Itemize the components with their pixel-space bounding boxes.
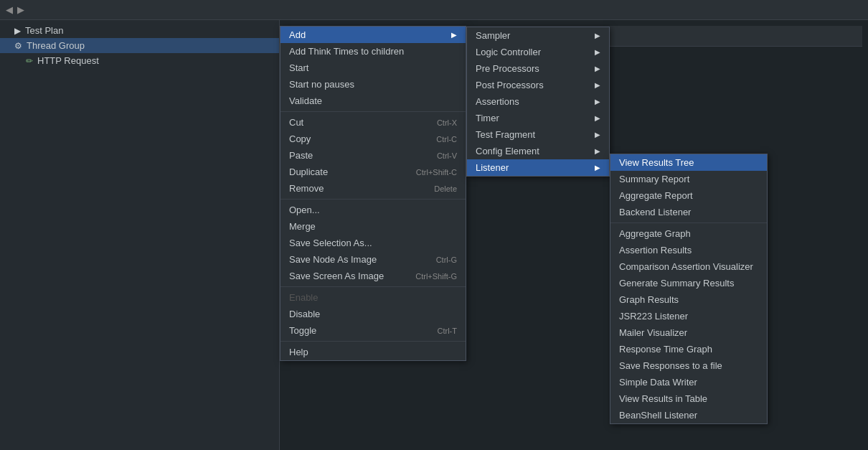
listener-view-results-tree[interactable]: View Results Tree	[610, 154, 767, 171]
listener-comparison-assertion[interactable]: Comparison Assertion Visualizer	[610, 258, 767, 275]
sidebar-item-httprequest-label: HTTP Request	[37, 55, 99, 66]
listener-save-responses[interactable]: Save Responses to a file	[610, 357, 767, 374]
listener-assertion-results[interactable]: Assertion Results	[610, 242, 767, 258]
listener-comparison-assertion-label: Comparison Assertion Visualizer	[619, 261, 753, 272]
menu-item-add-think-times-label: Add Think Times to children	[289, 46, 404, 57]
menu-item-add-label: Add	[289, 29, 306, 40]
threadgroup-icon: ⚙	[14, 41, 22, 51]
paste-shortcut: Ctrl-V	[437, 151, 457, 160]
menu-item-open-label: Open...	[289, 205, 320, 215]
menu-item-start[interactable]: Start	[280, 60, 466, 76]
toggle-shortcut: Ctrl-T	[438, 327, 458, 335]
sidebar-item-testplan[interactable]: ▶ Test Plan	[0, 23, 279, 38]
add-submenu-listener-label: Listener	[476, 162, 509, 173]
remove-shortcut: Delete	[434, 184, 457, 193]
add-submenu-sampler-label: Sampler	[476, 30, 510, 41]
listener-aggregate-report[interactable]: Aggregate Report	[610, 187, 767, 204]
sidebar-item-threadgroup-label: Thread Group	[27, 40, 85, 51]
config-arrow: ▶	[595, 147, 600, 155]
toolbar: ◀ ▶	[0, 0, 868, 20]
listener-view-results-table[interactable]: View Results in Table	[610, 390, 767, 407]
toolbar-icon2: ▶	[17, 4, 24, 15]
menu-item-save-selection[interactable]: Save Selection As...	[280, 235, 466, 251]
listener-mailer-visualizer[interactable]: Mailer Visualizer	[610, 324, 767, 341]
add-submenu-assertions[interactable]: Assertions ▶	[467, 93, 609, 110]
add-submenu-config-element[interactable]: Config Element ▶	[467, 143, 609, 159]
menu-item-merge[interactable]: Merge	[280, 218, 466, 235]
listener-graph-results[interactable]: Graph Results	[610, 291, 767, 308]
menu-item-save-node[interactable]: Save Node As Image Ctrl-G	[280, 251, 466, 268]
add-submenu-timer-label: Timer	[476, 113, 499, 123]
listener-view-results-tree-label: View Results Tree	[619, 157, 694, 168]
add-submenu-logic-controller-label: Logic Controller	[476, 47, 541, 57]
sidebar-item-threadgroup[interactable]: ⚙ Thread Group	[0, 38, 279, 53]
menu-item-copy-label: Copy	[289, 133, 311, 144]
menu-item-start-label: Start	[289, 62, 308, 73]
separator-3	[280, 286, 466, 287]
listener-aggregate-graph[interactable]: Aggregate Graph	[610, 225, 767, 242]
separator-4	[280, 341, 466, 342]
testplan-icon: ▶	[14, 26, 21, 36]
listener-wrapper: Listener ▶ View Results Tree Summary Rep…	[467, 159, 609, 176]
listener-assertion-results-label: Assertion Results	[619, 245, 692, 256]
listener-summary-report[interactable]: Summary Report	[610, 171, 767, 187]
cut-shortcut: Ctrl-X	[437, 118, 457, 127]
menu-item-disable-label: Disable	[289, 309, 320, 319]
menu-item-save-selection-label: Save Selection As...	[289, 238, 372, 248]
add-submenu-test-fragment[interactable]: Test Fragment ▶	[467, 126, 609, 143]
listener-response-time-graph[interactable]: Response Time Graph	[610, 341, 767, 357]
toolbar-icon: ◀	[6, 4, 13, 15]
menu-item-remove-label: Remove	[289, 183, 324, 194]
listener-aggregate-report-label: Aggregate Report	[619, 190, 693, 201]
menu-item-cut[interactable]: Cut Ctrl-X	[280, 114, 466, 131]
pre-arrow: ▶	[595, 65, 600, 72]
listener-generate-summary[interactable]: Generate Summary Results	[610, 275, 767, 291]
menu-item-duplicate-label: Duplicate	[289, 167, 328, 177]
fragment-arrow: ▶	[595, 131, 600, 139]
add-submenu: Sampler ▶ Logic Controller ▶ Pre Process…	[466, 27, 610, 177]
listener-separator	[610, 222, 767, 223]
add-submenu-timer[interactable]: Timer ▶	[467, 110, 609, 126]
menu-item-duplicate[interactable]: Duplicate Ctrl+Shift-C	[280, 164, 466, 180]
add-submenu-logic-controller[interactable]: Logic Controller ▶	[467, 44, 609, 60]
menu-item-add[interactable]: Add ▶	[280, 27, 466, 43]
add-submenu-config-element-label: Config Element	[476, 146, 539, 156]
listener-summary-report-label: Summary Report	[619, 174, 689, 184]
menu-item-enable: Enable	[280, 289, 466, 306]
add-submenu-sampler[interactable]: Sampler ▶	[467, 27, 609, 44]
add-submenu-listener[interactable]: Listener ▶	[467, 159, 609, 176]
menu-item-help[interactable]: Help	[280, 344, 466, 360]
menu-item-open[interactable]: Open...	[280, 202, 466, 218]
assertions-arrow: ▶	[595, 98, 600, 106]
listener-jsr223[interactable]: JSR223 Listener	[610, 308, 767, 324]
menu-item-add-think-times[interactable]: Add Think Times to children	[280, 43, 466, 60]
listener-graph-results-label: Graph Results	[619, 294, 679, 305]
main-layout: ▶ Test Plan ⚙ Thread Group ✏ HTTP Reques…	[0, 20, 868, 450]
copy-shortcut: Ctrl-C	[436, 135, 457, 144]
menu-item-start-no-pauses-label: Start no pauses	[289, 79, 354, 90]
add-submenu-post-processors-label: Post Processors	[476, 80, 544, 90]
menu-item-validate[interactable]: Validate	[280, 93, 466, 109]
post-arrow: ▶	[595, 81, 600, 89]
listener-aggregate-graph-label: Aggregate Graph	[619, 228, 691, 239]
listener-backend-listener[interactable]: Backend Listener	[610, 204, 767, 220]
menu-item-toggle-label: Toggle	[289, 325, 316, 336]
menu-item-disable[interactable]: Disable	[280, 306, 466, 322]
sidebar-item-httprequest[interactable]: ✏ HTTP Request	[0, 53, 279, 68]
add-submenu-test-fragment-label: Test Fragment	[476, 129, 535, 140]
listener-beanshell[interactable]: BeanShell Listener	[610, 407, 767, 423]
menu-item-remove[interactable]: Remove Delete	[280, 180, 466, 197]
menu-item-toggle[interactable]: Toggle Ctrl-T	[280, 322, 466, 339]
logic-arrow: ▶	[595, 48, 600, 56]
menu-item-validate-label: Validate	[289, 95, 322, 106]
listener-simple-data-writer[interactable]: Simple Data Writer	[610, 374, 767, 390]
menu-item-copy[interactable]: Copy Ctrl-C	[280, 131, 466, 147]
menu-item-start-no-pauses[interactable]: Start no pauses	[280, 76, 466, 93]
listener-submenu: View Results Tree Summary Report Aggrega…	[610, 154, 768, 424]
httprequest-icon: ✏	[26, 56, 33, 66]
menu-item-save-screen[interactable]: Save Screen As Image Ctrl+Shift-G	[280, 268, 466, 284]
listener-view-results-table-label: View Results in Table	[619, 393, 707, 404]
menu-item-paste[interactable]: Paste Ctrl-V	[280, 147, 466, 164]
add-submenu-post-processors[interactable]: Post Processors ▶	[467, 77, 609, 93]
add-submenu-pre-processors[interactable]: Pre Processors ▶	[467, 60, 609, 77]
